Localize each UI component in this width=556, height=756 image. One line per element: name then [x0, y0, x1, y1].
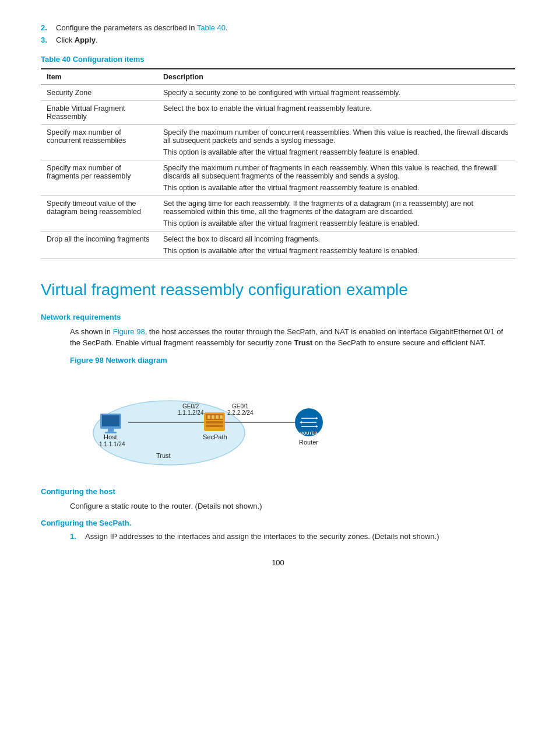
table-cell-desc: Set the aging time for each reassembly. …: [157, 196, 515, 232]
figure98-link[interactable]: Figure 98: [113, 327, 145, 336]
table-row: Specify timeout value of the datagram be…: [41, 196, 515, 232]
network-requirements-para: As shown in Figure 98, the host accesses…: [70, 326, 515, 349]
table-cell-desc-line: This option is available after the virtu…: [163, 219, 509, 228]
secpath-text-1: Assign IP addresses to the interfaces an…: [85, 532, 439, 541]
intro-num-2: 2.: [41, 23, 50, 32]
table-cell-item: Specify timeout value of the datagram be…: [41, 196, 157, 232]
table-row: Specify max number of fragments per reas…: [41, 160, 515, 196]
secpath-item-1: 1. Assign IP addresses to the interfaces…: [70, 532, 515, 541]
intro-item-3: 3. Click Apply.: [41, 36, 515, 44]
ge02-label: GE0/2: [182, 403, 199, 410]
table-row: Enable Virtual Fragment ReassemblySelect…: [41, 101, 515, 125]
table-cell-desc: Specify the maximum number of concurrent…: [157, 125, 515, 160]
table-cell-desc-line: This option is available after the virtu…: [163, 148, 509, 156]
secpath-num-1: 1.: [70, 532, 79, 541]
svg-rect-9: [206, 425, 223, 427]
table-cell-item: Drop all the incoming fragments: [41, 232, 157, 259]
table-row: Security ZoneSpecify a security zone to …: [41, 85, 515, 101]
table-cell-item: Security Zone: [41, 85, 157, 101]
table-cell-desc-line: Set the aging time for each reassembly. …: [163, 200, 509, 216]
svg-rect-13: [220, 415, 223, 419]
svg-rect-8: [206, 421, 223, 424]
table-cell-desc-line: This option is available after the virtu…: [163, 184, 509, 192]
svg-text:ROUTER: ROUTER: [300, 431, 318, 435]
table-title: Table 40 Configuration items: [41, 55, 515, 64]
diagram-svg: Host 1.1.1.1/24 Trust GE0/2 1.1.1.2/24 G…: [70, 372, 373, 471]
table-cell-item: Enable Virtual Fragment Reassembly: [41, 101, 157, 125]
intro-text-2: Configure the parameters as described in…: [56, 23, 228, 32]
intro-list: 2. Configure the parameters as described…: [41, 23, 515, 44]
table-cell-desc: Specify a security zone to be configured…: [157, 85, 515, 101]
table-col-desc: Description: [157, 69, 515, 85]
page-number: 100: [41, 558, 515, 567]
network-diagram: Host 1.1.1.1/24 Trust GE0/2 1.1.1.2/24 G…: [70, 372, 515, 471]
table-col-item: Item: [41, 69, 157, 85]
ge02-ip: 1.1.1.2/24: [178, 410, 204, 416]
configuring-host-heading: Configuring the host: [41, 487, 515, 496]
intro-num-3: 3.: [41, 36, 50, 44]
svg-rect-3: [108, 429, 114, 432]
table-row: Drop all the incoming fragmentsSelect th…: [41, 232, 515, 259]
apply-bold: Apply: [75, 36, 96, 44]
svg-rect-10: [207, 415, 210, 419]
nr-para-pre: As shown in: [70, 327, 113, 336]
trust-bold: Trust: [294, 338, 312, 347]
configuring-secpath-heading: Configuring the SecPath.: [41, 519, 515, 527]
host-ip: 1.1.1.1/24: [99, 441, 125, 447]
intro-text-3-pre: Click: [56, 36, 75, 44]
config-table: Item Description Security ZoneSpecify a …: [41, 68, 515, 259]
intro-item-2: 2. Configure the parameters as described…: [41, 23, 515, 32]
section-heading: Virtual fragment reassembly configuratio…: [41, 280, 515, 300]
svg-rect-11: [212, 415, 214, 419]
secpath-list: 1. Assign IP addresses to the interfaces…: [70, 532, 515, 541]
table-cell-item: Specify max number of fragments per reas…: [41, 160, 157, 196]
intro-text-2-pre: Configure the parameters as described in: [56, 23, 197, 32]
table-cell-item: Specify max number of concurrent reassem…: [41, 125, 157, 160]
table-cell-desc-line: Specify the maximum number of fragments …: [163, 164, 509, 180]
nr-para-end: on the SecPath to ensure secure and effi…: [312, 338, 485, 347]
configuring-host-para: Configure a static route to the router. …: [70, 501, 515, 512]
svg-rect-12: [216, 415, 219, 419]
ge01-label: GE0/1: [232, 403, 249, 410]
figure-caption: Figure 98 Network diagram: [70, 356, 515, 365]
router-label: Router: [299, 439, 318, 446]
table40-link[interactable]: Table 40: [197, 23, 226, 32]
trust-label: Trust: [156, 452, 171, 459]
intro-text-3: Click Apply.: [56, 36, 98, 44]
table-cell-desc: Specify the maximum number of fragments …: [157, 160, 515, 196]
secpath-label: SecPath: [203, 433, 227, 440]
table-cell-desc-line: Specify the maximum number of concurrent…: [163, 128, 509, 145]
ge01-ip: 2.2.2.2/24: [227, 410, 254, 416]
table-cell-desc: Select the box to discard all incoming f…: [157, 232, 515, 259]
table-row: Specify max number of concurrent reassem…: [41, 125, 515, 160]
table-cell-desc-line: This option is available after the virtu…: [163, 247, 509, 255]
table-cell-desc: Select the box to enable the virtual fra…: [157, 101, 515, 125]
table-cell-desc-line: Select the box to discard all incoming f…: [163, 235, 509, 243]
network-requirements-heading: Network requirements: [41, 313, 515, 321]
host-label: Host: [104, 433, 117, 440]
svg-rect-2: [102, 415, 119, 426]
